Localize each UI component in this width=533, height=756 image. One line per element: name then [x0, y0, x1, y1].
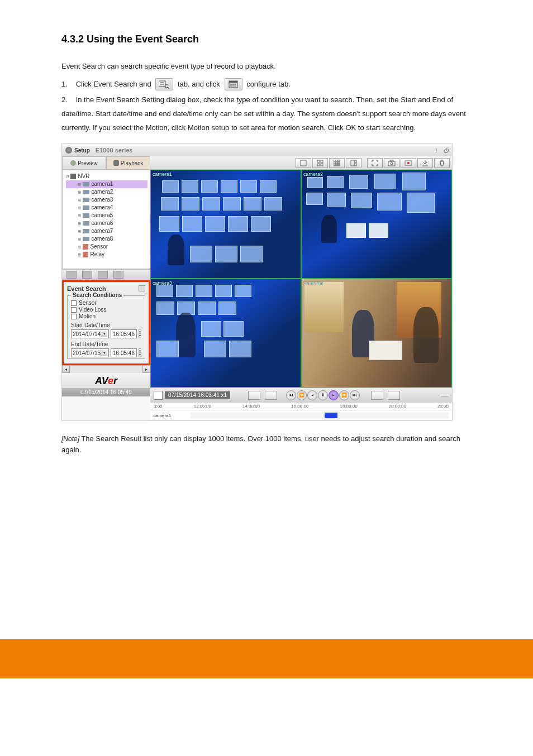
tree-item-camera1[interactable]: ⊞camera1: [66, 180, 147, 188]
rewind-button[interactable]: ⏪: [297, 390, 307, 400]
layout-2x2-button[interactable]: [312, 158, 328, 168]
tree-root[interactable]: ⊟NVR: [66, 173, 147, 180]
calendar-icon[interactable]: [154, 391, 163, 400]
tree-item-camera5[interactable]: ⊞camera5: [66, 212, 147, 219]
dropdown-icon[interactable]: ▾: [101, 350, 107, 356]
minimize-icon[interactable]: —: [441, 391, 449, 400]
gear-icon[interactable]: [65, 147, 72, 154]
svg-rect-13: [321, 164, 323, 166]
zoom-out-button[interactable]: [388, 391, 400, 400]
note-label: [Note]: [61, 435, 81, 443]
layout-1x1-button[interactable]: [296, 158, 311, 168]
tree-item-relay[interactable]: ⊞Relay: [66, 251, 147, 259]
event-search-panel: Event Search Search Conditions Sensor Vi…: [62, 280, 150, 365]
timeline[interactable]: 3:00 12:00:00 14:00:00 16:00:00 18:00:00…: [150, 402, 452, 420]
start-date-input[interactable]: 2014/07/14▾: [71, 329, 109, 338]
pause-button[interactable]: ⏸: [318, 390, 328, 400]
camera-icon: [83, 213, 89, 218]
end-date-input[interactable]: 2014/07/15▾: [71, 348, 109, 357]
forward-button[interactable]: ⏩: [339, 390, 349, 400]
title-icons: i ⏻: [431, 147, 449, 154]
layout-3x3-button[interactable]: [329, 158, 345, 168]
step-num-1: 1.: [61, 78, 74, 92]
checkbox-videoloss[interactable]: [71, 307, 77, 313]
svg-line-4: [168, 87, 169, 89]
tree-item-camera6[interactable]: ⊞camera6: [66, 219, 147, 227]
camera-icon: [83, 198, 89, 202]
tree-item-camera7[interactable]: ⊞camera7: [66, 227, 147, 235]
video-cell-4[interactable]: camera4: [301, 279, 452, 387]
snapshot-button[interactable]: [384, 158, 399, 168]
tab-playback[interactable]: Playback: [106, 156, 150, 170]
series-label: E1000 series: [96, 147, 133, 154]
svg-rect-6: [229, 81, 237, 83]
label-sensor: Sensor: [79, 300, 97, 306]
timeline-row-label: camera1: [150, 413, 191, 418]
video-cell-1[interactable]: camera1: [150, 170, 301, 279]
dropdown-icon[interactable]: ▾: [101, 331, 107, 337]
search-conditions-fieldset: Search Conditions Sensor Video Loss Moti…: [67, 295, 145, 359]
end-time-spinner[interactable]: ▴▾: [139, 348, 141, 357]
skip-end-button[interactable]: ⏭: [350, 390, 360, 400]
fullscreen-button[interactable]: [367, 158, 383, 168]
step-back-button[interactable]: ◂: [307, 390, 317, 400]
layout-custom-button[interactable]: [346, 158, 361, 168]
film-icon: [113, 160, 119, 166]
intro-text: Event Search can search specific event t…: [61, 61, 472, 72]
scroll-left-icon[interactable]: ◂: [62, 366, 70, 373]
checkbox-motion[interactable]: [71, 314, 77, 319]
label-videoloss: Video Loss: [79, 307, 106, 313]
step-num-2: 2.: [61, 93, 74, 107]
device-tree[interactable]: ⊟NVR ⊞camera1 ⊞camera2 ⊞camera3 ⊞camera4…: [62, 170, 150, 269]
skip-start-button[interactable]: ⏮: [286, 390, 296, 400]
tool-icon-2[interactable]: [82, 271, 92, 279]
scroll-right-icon[interactable]: ▸: [142, 366, 150, 373]
tree-item-camera2[interactable]: ⊞camera2: [66, 188, 147, 196]
camera-icon: [83, 229, 89, 233]
brand-area: AVer 07/15/2014 16:05:49: [62, 373, 150, 396]
checkbox-sensor[interactable]: [71, 300, 77, 306]
tool-icon-4[interactable]: [113, 271, 123, 279]
tree-item-camera8[interactable]: ⊞camera8: [66, 235, 147, 243]
play-button[interactable]: ▸: [329, 390, 339, 400]
svg-rect-19: [338, 162, 340, 164]
video-grid: camera1 camera2: [150, 170, 452, 387]
trash-button[interactable]: [434, 158, 450, 168]
svg-rect-9: [301, 160, 306, 166]
tree-item-sensor[interactable]: ⊞Sensor: [66, 243, 147, 251]
start-time-input[interactable]: 16:05:46: [111, 329, 137, 338]
tree-item-camera4[interactable]: ⊞camera4: [66, 204, 147, 212]
start-datetime-label: Start Date/Time: [71, 322, 141, 328]
cam-label-4: camera4: [303, 280, 323, 286]
power-icon[interactable]: ⏻: [443, 147, 449, 154]
tab-playback-label: Playback: [121, 160, 144, 166]
panel-restore-icon[interactable]: [139, 285, 145, 291]
tool-icon-1[interactable]: [66, 271, 77, 279]
start-time-spinner[interactable]: ▴▾: [139, 329, 141, 338]
label-motion: Motion: [79, 313, 96, 319]
timeline-segment[interactable]: [325, 413, 337, 418]
tool-icon-3[interactable]: [98, 271, 108, 279]
eye-icon: [70, 160, 76, 166]
camera-icon: [83, 190, 89, 194]
video-cell-2[interactable]: camera2: [301, 170, 452, 279]
svg-rect-20: [334, 164, 335, 166]
horizontal-scrollbar[interactable]: ◂ ▸: [62, 365, 150, 373]
tab-preview[interactable]: Preview: [62, 156, 106, 170]
event-search-title: Event Search: [67, 285, 106, 292]
flag-button[interactable]: [248, 391, 260, 400]
zoom-in-button[interactable]: [371, 391, 383, 400]
playback-time: 07/15/2014 16:03:41 x1: [165, 391, 230, 399]
end-time-input[interactable]: 16:05:46: [111, 348, 137, 357]
camera-icon: [83, 221, 89, 226]
timeline-row-camera1[interactable]: camera1: [150, 410, 452, 420]
relay-icon: [83, 252, 88, 257]
record-button[interactable]: [401, 158, 416, 168]
video-cell-3[interactable]: camera3: [150, 279, 301, 387]
svg-rect-17: [334, 162, 335, 164]
info-icon[interactable]: i: [435, 147, 437, 154]
export-button[interactable]: [417, 158, 433, 168]
tree-item-camera3[interactable]: ⊞camera3: [66, 196, 147, 204]
setup-button[interactable]: Setup: [74, 147, 90, 154]
segment-button[interactable]: [265, 391, 277, 400]
